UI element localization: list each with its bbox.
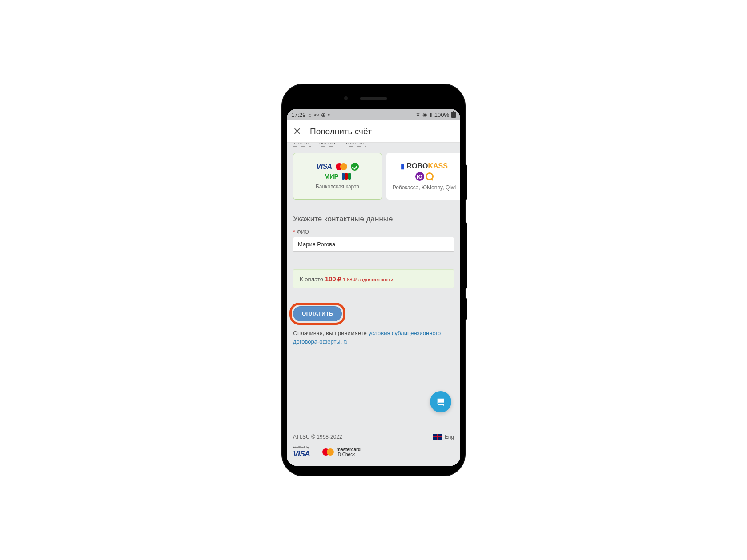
mastercard-logo-icon bbox=[322, 448, 334, 456]
payment-method-robokassa[interactable]: ▮ ROBOKASS Ю Робокасса, ЮMoney, Qiwi bbox=[386, 153, 460, 200]
jcb-logo-icon bbox=[342, 173, 351, 180]
chat-fab[interactable] bbox=[430, 391, 451, 412]
terms-prefix: Оплачивая, вы принимаете bbox=[293, 330, 368, 336]
phone-side-button bbox=[465, 298, 467, 320]
terms-text: Оплачивая, вы принимаете условия сублице… bbox=[287, 326, 460, 346]
amount-chip[interactable]: 1000 ат. bbox=[345, 143, 366, 147]
phone-side-button bbox=[465, 164, 467, 200]
required-marker: * bbox=[293, 229, 295, 235]
name-field-label: *ФИО bbox=[287, 229, 460, 237]
payment-method-card[interactable]: VISA МИР Банковская карта bbox=[293, 153, 382, 200]
battery-text: 100% bbox=[434, 112, 449, 118]
search-icon: ⌕ bbox=[308, 112, 312, 118]
content-area: 100 ат. 500 ат. 1000 ат. VISA МИР Банков… bbox=[287, 143, 460, 466]
mir-logo-icon: МИР bbox=[324, 172, 338, 180]
visa-logo-icon: VISA bbox=[316, 163, 332, 171]
amount-chips: 100 ат. 500 ат. 1000 ат. bbox=[287, 143, 460, 147]
phone-camera bbox=[343, 95, 349, 101]
phone-side-button bbox=[465, 222, 467, 289]
status-right: ✕ ◉ ▮ 100% bbox=[416, 112, 456, 118]
phone-frame: 17:29 ⌕ ⚯ ⊕ • ✕ ◉ ▮ 100% ✕ Пополнить счё… bbox=[282, 84, 465, 476]
summary-currency: ₽ bbox=[337, 276, 341, 283]
method-label: Робокасса, ЮMoney, Qiwi bbox=[393, 184, 456, 191]
contact-section-title: Укажите контактные данные bbox=[287, 206, 460, 229]
status-left: 17:29 ⌕ ⚯ ⊕ • bbox=[291, 112, 330, 118]
battery-icon bbox=[451, 112, 456, 118]
status-time: 17:29 bbox=[291, 112, 306, 118]
mastercard-logo-icon bbox=[336, 163, 347, 170]
page-title: Пополнить счёт bbox=[310, 127, 372, 136]
dot-icon: • bbox=[328, 112, 330, 118]
screen: 17:29 ⌕ ⚯ ⊕ • ✕ ◉ ▮ 100% ✕ Пополнить счё… bbox=[287, 109, 460, 466]
debt-label: задолженности bbox=[358, 277, 393, 282]
mastercard-id-check-badge: mastercard ID Check bbox=[322, 447, 361, 457]
sberbank-logo-icon bbox=[351, 163, 359, 171]
app-header: ✕ Пополнить счёт bbox=[287, 120, 460, 143]
pay-button[interactable]: ОПЛАТИТЬ bbox=[293, 306, 342, 321]
pay-button-wrap: ОПЛАТИТЬ bbox=[293, 306, 342, 321]
language-switch[interactable]: Eng bbox=[433, 434, 454, 440]
external-link-icon: ⧉ bbox=[344, 339, 347, 344]
footer: ATI.SU © 1998-2022 Eng Verified by VISA bbox=[287, 428, 460, 466]
globe-icon: ⊕ bbox=[321, 112, 326, 118]
copyright-text: ATI.SU © 1998-2022 bbox=[293, 434, 342, 440]
amount-chip[interactable]: 100 ат. bbox=[293, 143, 311, 147]
name-input[interactable] bbox=[293, 237, 454, 252]
debt-amount: 1.88 ₽ bbox=[343, 277, 357, 282]
phone-speaker bbox=[360, 97, 387, 100]
status-bar: 17:29 ⌕ ⚯ ⊕ • ✕ ◉ ▮ 100% bbox=[287, 109, 460, 120]
verified-by-visa-badge: Verified by VISA bbox=[293, 445, 310, 459]
uk-flag-icon bbox=[433, 434, 442, 440]
vibrate-icon: ✕ bbox=[416, 112, 420, 118]
robokassa-logo-icon: ▮ ROBOKASS bbox=[401, 162, 448, 170]
amount-chip[interactable]: 500 ат. bbox=[319, 143, 337, 147]
vpn-icon: ⚯ bbox=[314, 112, 319, 118]
payment-summary: К оплате 100 ₽ 1.88 ₽ задолженности bbox=[293, 269, 454, 288]
yoomoney-qiwi-logo-icon: Ю bbox=[415, 172, 434, 181]
method-label: Банковская карта bbox=[316, 184, 359, 190]
chat-icon bbox=[436, 397, 446, 407]
language-label: Eng bbox=[445, 434, 454, 440]
summary-prefix: К оплате bbox=[300, 276, 323, 283]
summary-amount: 100 bbox=[325, 275, 336, 283]
close-icon[interactable]: ✕ bbox=[293, 127, 301, 136]
wifi-icon: ◉ bbox=[422, 112, 427, 118]
signal-icon: ▮ bbox=[429, 112, 432, 118]
payment-methods: VISA МИР Банковская карта ▮ ROBOKASS bbox=[287, 147, 460, 206]
